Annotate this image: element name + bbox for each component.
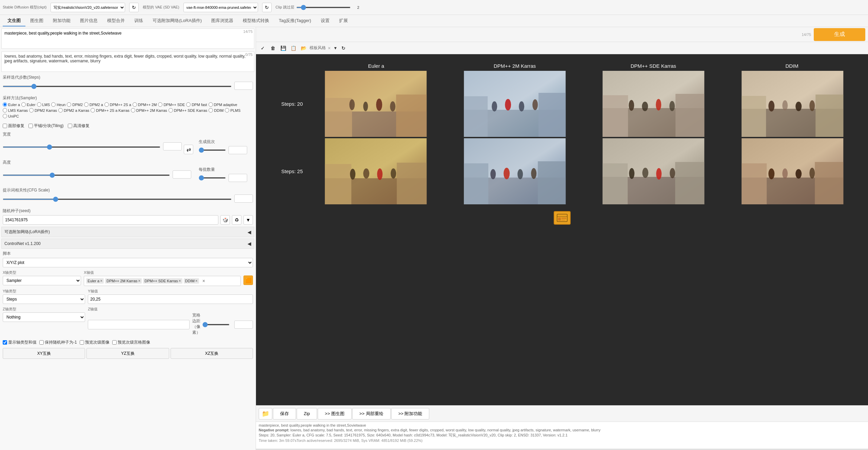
tab-img2img[interactable]: 图生图 [25,16,48,26]
tag-ddim-remove[interactable]: × [195,279,198,283]
padding-slider[interactable] [202,324,230,325]
sampler-dpm2a[interactable]: DPM2 a [84,102,103,107]
keep-seed-check[interactable]: 保持随机种子为-1 [39,340,77,345]
extras-btn[interactable]: >> 附加功能 [391,408,430,420]
x-tags-input[interactable]: Euler a × DPM++ 2M Karras × DPM++ SDE Ka… [84,276,241,286]
cfg-value[interactable]: 7.5 [234,195,253,203]
tab-extras[interactable]: 附加功能 [48,16,75,26]
seed-recycle-btn[interactable]: ♻ [232,215,241,225]
tag-euler-a-remove[interactable]: × [100,279,102,283]
sampler-dpmadaptive[interactable]: DPM adaptive [209,102,237,107]
gen-count-value[interactable]: 1 [229,146,247,154]
vae-select[interactable]: vae-ft-mse-840000-ema-pruned.safetensors [183,3,258,12]
sampler-unipc[interactable]: UniPC [3,114,19,118]
sampler-dpmpp2m[interactable]: DPM++ 2M [133,102,157,107]
xyz-color-btn[interactable]: 🟧 [243,275,253,285]
tag-dpmpp2m-remove[interactable]: × [138,279,140,283]
sampler-dpm2akarras[interactable]: DPM2 a Karras [58,108,89,112]
batch-value[interactable]: 1 [229,174,247,182]
x-type-select[interactable]: Sampler [3,276,81,285]
script-select[interactable]: X/Y/Z plot [3,258,253,267]
save-btn[interactable]: 保存 [273,408,296,420]
check-icon-btn[interactable]: ✓ [259,44,267,52]
xz-swap-btn[interactable]: XZ互换 [171,348,253,359]
sampler-lms[interactable]: LMS [37,102,50,107]
preview-grid-check[interactable]: 预览次级宫格图像 [112,340,150,345]
vae-refresh-btn[interactable]: ↻ [262,3,272,12]
batch-slider[interactable] [199,177,226,179]
trash-icon-btn[interactable]: 🗑 [269,44,277,52]
sampler-dpmpp2sakarras[interactable]: DPM++ 2S a Karras [91,108,129,112]
cfg-slider[interactable] [3,199,232,200]
sampler-dpmpp2mkarras[interactable]: DPM++ 2M Karras [131,108,167,112]
sampler-dpm2karras[interactable]: DPM2 Karras [29,108,57,112]
img-20-euler[interactable] [307,71,445,137]
zip-btn[interactable]: Zip [297,408,317,420]
tab-browser[interactable]: 图库浏览器 [206,16,238,26]
img-20-dpmppsde[interactable] [585,71,723,137]
img-25-dpmpp2m[interactable] [446,138,584,204]
seed-input[interactable]: 1541761975 [3,215,218,225]
xy-swap-btn[interactable]: XY互换 [3,348,85,359]
negative-prompt-input[interactable]: lowres, bad anatomy, bad hands, text, er… [2,52,254,70]
steps-slider[interactable] [3,86,232,87]
seed-dice-btn[interactable]: 🎲 [220,215,230,225]
width-value[interactable]: 640 [163,142,182,150]
img-25-ddim[interactable] [724,138,862,204]
template-close-btn[interactable]: × [328,45,331,51]
yz-swap-btn[interactable]: YZ互换 [86,348,169,359]
img-20-ddim[interactable] [724,71,862,137]
height-value[interactable]: 640 [173,170,191,179]
sampler-lmskarras[interactable]: LMS Karras [3,108,28,112]
sampler-dpmpp2s[interactable]: DPM++ 2S a [104,102,131,107]
template-refresh-btn[interactable]: ↻ [339,44,348,52]
sampler-dpmppsdekarras[interactable]: DPM++ SDE Karras [169,108,207,112]
tab-convert[interactable]: 模型格式转换 [238,16,274,26]
tiling-check[interactable]: 平铺/分块(Tiling) [28,123,64,129]
gen-count-slider[interactable] [199,149,226,151]
preview-low-check[interactable]: 预览次级图像 [80,340,110,345]
controlnet-collapsible[interactable]: ControlNet v1.1.200 ◀ [1,239,254,249]
zip-icon-btn[interactable]: 📂 [299,44,308,52]
img-25-euler[interactable] [307,138,445,204]
y-type-select[interactable]: Steps [3,294,85,304]
tab-train[interactable]: 训练 [130,16,148,26]
inpaint-btn[interactable]: >> 局部重绘 [352,408,391,420]
height-slider[interactable] [3,175,170,176]
seed-extra-btn[interactable]: ▼ [243,215,253,225]
show-types-check[interactable]: 显示轴类型和值 [3,340,37,345]
sampler-dpmppsde[interactable]: DPM++ SDE [158,102,185,107]
tab-pnginfo[interactable]: 图片信息 [75,16,102,26]
copy-icon-btn[interactable]: 📋 [289,44,297,52]
tab-merge[interactable]: 模型合并 [102,16,130,26]
face-restore-check[interactable]: 面部修复 [3,123,24,129]
hires-fix-check[interactable]: 高清修复 [68,123,90,129]
width-slider[interactable] [3,146,160,148]
img-20-dpmpp2m[interactable] [446,71,584,137]
generate-btn[interactable]: 生成 [814,28,865,41]
swap-wh-btn[interactable]: ⇄ [184,145,193,154]
sampler-euler[interactable]: Euler [21,102,36,107]
sampler-plms[interactable]: PLMS [225,108,240,112]
tag-dpmppsde-remove[interactable]: × [179,279,181,283]
sampler-dpm2[interactable]: DPM2 [67,102,83,107]
sampler-ddim[interactable]: DDIM [209,108,223,112]
steps-value[interactable]: 20 [234,82,253,90]
folder-btn[interactable]: 📁 [259,408,272,420]
sampler-euler-a[interactable]: Euler a [3,102,20,107]
tab-settings[interactable]: 设置 [316,16,334,26]
tab-lora[interactable]: 可选附加网络(LoRA插件) [148,16,206,26]
lora-collapsible[interactable]: 可选附加网络(LoRA插件) ◀ [1,227,254,237]
positive-prompt-input[interactable]: masterpiece, best quality,people walking… [2,29,254,47]
img-25-dpmppsde[interactable] [585,138,723,204]
model-select[interactable]: 写实/realisticVisionV20_v20.safetensors [c… [51,3,125,12]
model-refresh-btn[interactable]: ↻ [129,3,139,12]
z-val-input[interactable] [88,320,190,329]
z-type-select[interactable]: Nothing [3,312,85,322]
clip-slider[interactable] [296,7,351,8]
to-img2img-btn[interactable]: >> 图生图 [318,408,352,420]
sampler-heun[interactable]: Heun [51,102,65,107]
tab-extensions[interactable]: 扩展 [334,16,353,26]
sampler-dpmfast[interactable]: DPM fast [186,102,207,107]
tab-txt2img[interactable]: 文生图 [3,16,25,26]
